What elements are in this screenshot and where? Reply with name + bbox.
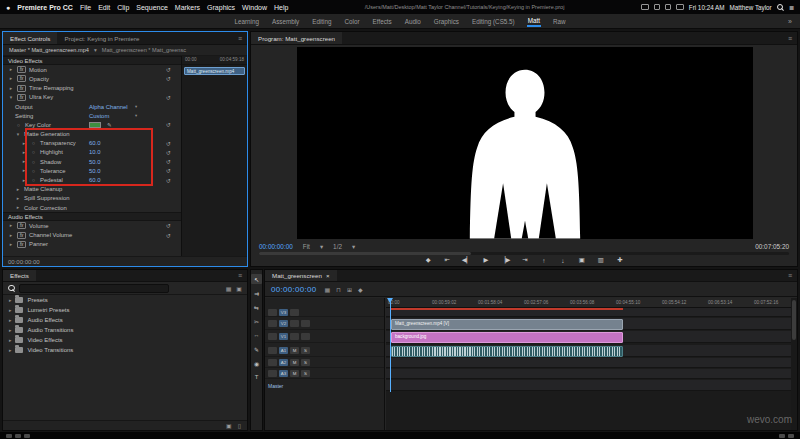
fx-badge-icon[interactable]: fx	[17, 75, 26, 82]
effect-row-panner[interactable]: ▸ fx Panner	[3, 240, 181, 249]
panel-menu-icon[interactable]: ≡	[783, 32, 797, 44]
effect-row-motion[interactable]: ▸ fx Motion ↺	[3, 65, 181, 74]
menubar-clock[interactable]: Fri 10:24 AM	[689, 4, 725, 11]
menu-edit[interactable]: Edit	[98, 4, 110, 11]
twirl-icon[interactable]: ▸	[8, 86, 14, 91]
statusbar-icon[interactable]	[24, 434, 30, 438]
group-row-color-correction[interactable]: ▸ Color Correction	[3, 203, 181, 212]
param-row-pedestal[interactable]: ▸ ○ Pedestal 60.0 ↺	[3, 175, 181, 184]
param-value[interactable]: 50.0	[89, 168, 100, 174]
track-target-v1[interactable]: V1	[279, 333, 288, 340]
track-target-a2[interactable]: A2	[279, 359, 288, 366]
reset-icon[interactable]: ↺	[166, 140, 171, 147]
group-row-matte-generation[interactable]: ▾ Matte Generation	[3, 130, 181, 139]
panel-menu-icon[interactable]: ≡	[233, 32, 247, 44]
effect-row-volume[interactable]: ▸ fx Volume ↺	[3, 221, 181, 230]
workspace-graphics[interactable]: Graphics	[433, 16, 460, 26]
chevron-down-icon[interactable]: ▾	[135, 113, 137, 118]
param-row-key-color[interactable]: ○ Key Color ✎ ↺	[3, 120, 181, 129]
track-header-v1[interactable]: V1	[265, 331, 384, 343]
timeline-track-area[interactable]: 00:00 00:00:59:02 00:01:58:04 00:02:57:0…	[386, 298, 791, 430]
twirl-icon[interactable]: ▸	[21, 141, 27, 146]
step-back-button[interactable]: ◀▏	[462, 256, 472, 264]
source-patch-v3[interactable]	[268, 309, 277, 316]
param-value[interactable]: 60.0	[89, 140, 100, 146]
bin-presets[interactable]: ▸ Presets	[3, 295, 247, 305]
twirl-icon[interactable]: ▸	[9, 318, 11, 323]
statusbar-icon[interactable]	[779, 434, 785, 438]
reset-icon[interactable]: ↺	[166, 158, 171, 165]
stopwatch-icon[interactable]: ○	[30, 149, 37, 155]
param-value[interactable]: 10.0	[89, 149, 100, 155]
fx-badge-icon[interactable]: fx	[17, 66, 26, 73]
notification-center-icon[interactable]: ≣	[789, 4, 794, 11]
twirl-icon[interactable]: ▸	[8, 67, 14, 72]
solo-button[interactable]: S	[301, 359, 310, 366]
twirl-icon[interactable]: ▸	[15, 205, 21, 210]
twirl-icon[interactable]: ▸	[8, 223, 14, 228]
stopwatch-icon[interactable]: ○	[30, 159, 37, 165]
reset-icon[interactable]: ↺	[166, 149, 171, 156]
razor-tool[interactable]: ✂	[251, 316, 262, 326]
effect-row-channel-volume[interactable]: ▸ fx Channel Volume ↺	[3, 231, 181, 240]
comparison-view-button[interactable]: ▥	[596, 256, 605, 264]
new-custom-bin-icon[interactable]: ▣	[226, 422, 232, 429]
param-row-shadow[interactable]: ▸ ○ Shadow 50.0 ↺	[3, 157, 181, 166]
hand-tool[interactable]: ◉	[251, 358, 262, 368]
app-menu[interactable]: Premiere Pro CC	[17, 4, 73, 11]
twirl-icon[interactable]: ▸	[9, 298, 11, 303]
track-a3-content[interactable]	[386, 369, 791, 379]
menu-graphics[interactable]: Graphics	[207, 4, 235, 11]
param-value[interactable]: 60.0	[89, 177, 100, 183]
track-target-a3[interactable]: A3	[279, 370, 288, 377]
twirl-icon[interactable]: ▸	[21, 159, 27, 164]
lift-button[interactable]: ↑	[539, 257, 548, 264]
param-row-highlight[interactable]: ▸ ○ Highlight 10.0 ↺	[3, 148, 181, 157]
go-to-out-button[interactable]: ⇥	[520, 256, 529, 264]
fx-badge-icon[interactable]: fx	[17, 85, 26, 92]
type-tool[interactable]: T	[251, 372, 262, 382]
mute-button[interactable]: M	[290, 370, 299, 377]
twirl-icon[interactable]: ▸	[21, 168, 27, 173]
bin-video-transitions[interactable]: ▸ Video Transitions	[3, 345, 247, 355]
stopwatch-icon[interactable]: ○	[30, 168, 37, 174]
source-patch-a1[interactable]	[268, 347, 277, 354]
workspace-editing[interactable]: Editing	[311, 16, 332, 26]
ripple-edit-tool[interactable]: ⇆	[251, 302, 262, 312]
track-lock-icon[interactable]	[290, 309, 299, 316]
toggle-track-output-icon[interactable]	[301, 320, 310, 327]
timeline-current-timecode[interactable]: 00:00:00:00	[271, 285, 317, 294]
add-marker-button[interactable]: ◆	[424, 256, 433, 264]
timeline-vertical-scrollbar[interactable]	[791, 298, 797, 430]
workspace-assembly[interactable]: Assembly	[271, 16, 300, 26]
stopwatch-icon[interactable]: ○	[15, 122, 22, 128]
reset-icon[interactable]: ↺	[166, 167, 171, 174]
effect-row-ultra-key[interactable]: ▾ fx Ultra Key ↺	[3, 93, 181, 102]
workspace-color[interactable]: Color	[344, 16, 361, 26]
source-patch-a2[interactable]	[268, 359, 277, 366]
twirl-icon[interactable]: ▸	[9, 328, 11, 333]
twirl-icon[interactable]: ▾	[8, 95, 14, 100]
mute-button[interactable]: M	[290, 347, 299, 354]
32bit-effects-icon[interactable]: ▣	[236, 285, 242, 292]
program-resolution-select[interactable]: 1/2	[333, 243, 342, 250]
reset-icon[interactable]: ↺	[166, 66, 171, 73]
track-a2-content[interactable]	[386, 358, 791, 368]
tab-effect-controls[interactable]: Effect Controls	[3, 32, 57, 44]
program-zoom-scrollbar[interactable]	[259, 252, 789, 255]
track-header-a2[interactable]: A2 M S	[265, 358, 384, 368]
source-patch-v1[interactable]	[268, 333, 277, 340]
solo-button[interactable]: S	[301, 347, 310, 354]
fx-badge-icon[interactable]: fx	[17, 222, 26, 229]
pen-tool[interactable]: ✎	[251, 344, 262, 354]
linked-selection-icon[interactable]: ⊞	[347, 286, 352, 293]
track-target-v2[interactable]: V2	[279, 320, 288, 327]
play-button[interactable]: ▶	[482, 256, 491, 264]
reset-icon[interactable]: ↺	[166, 177, 171, 184]
reset-icon[interactable]: ↺	[166, 232, 171, 239]
delete-custom-item-icon[interactable]: ▯	[238, 422, 241, 429]
track-header-v3[interactable]: V3	[265, 308, 384, 317]
statusbar-icon[interactable]	[15, 434, 21, 438]
source-patch-a3[interactable]	[268, 370, 277, 377]
slip-tool[interactable]: ↔	[251, 330, 262, 340]
